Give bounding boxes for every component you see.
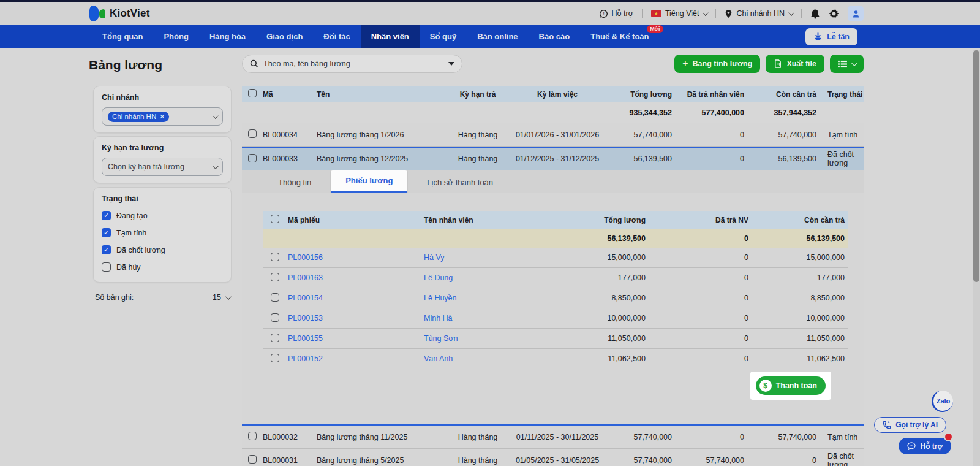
- nav-item[interactable]: Đối tác: [313, 25, 360, 48]
- notifications-bell-icon[interactable]: [810, 9, 820, 19]
- settings-gear-icon[interactable]: [829, 9, 839, 19]
- payslip-id-link[interactable]: PL000153: [288, 314, 424, 323]
- detail-tab[interactable]: Lịch sử thanh toán: [412, 172, 508, 193]
- select-all-checkbox[interactable]: [248, 89, 257, 97]
- search-dropdown-caret-icon[interactable]: [448, 62, 454, 66]
- payroll-row[interactable]: BL000034 Bảng lương tháng 1/2026 Hàng th…: [242, 123, 864, 147]
- cell-id: BL000031: [263, 456, 317, 465]
- detail-tab[interactable]: Phiếu lương: [331, 170, 407, 193]
- status-filter-label: Trạng thái: [102, 194, 223, 203]
- payslip-row[interactable]: PL000153 Minh Hà 10,000,000 0 10,000,000: [263, 308, 848, 329]
- employee-name-link[interactable]: Hà Vy: [424, 253, 576, 262]
- nav-item[interactable]: Sổ quỹ: [420, 25, 467, 48]
- language-selector[interactable]: ★ Tiếng Việt: [651, 9, 707, 18]
- payroll-row[interactable]: BL000032 Bảng lương tháng 11/2025 Hàng t…: [242, 426, 864, 449]
- scrollbar-thumb[interactable]: [973, 50, 979, 282]
- reception-button[interactable]: Lễ tân: [805, 28, 858, 45]
- export-file-label: Xuất file: [786, 59, 816, 68]
- col-ten-nhan-vien[interactable]: Tên nhân viên: [424, 216, 576, 224]
- payroll-row[interactable]: BL000031 Bảng lương tháng 5/2025 Hàng th…: [242, 449, 864, 466]
- help-menu[interactable]: ! Hỗ trợ: [599, 9, 633, 18]
- pay-button[interactable]: $ Thanh toán: [756, 376, 826, 395]
- payslip-select-all-checkbox[interactable]: [271, 215, 279, 223]
- row-checkbox[interactable]: [271, 293, 279, 302]
- row-checkbox[interactable]: [248, 129, 257, 138]
- row-checkbox[interactable]: [271, 354, 279, 362]
- payslip-row[interactable]: PL000155 Tùng Sơn 11,050,000 0 11,050,00…: [263, 329, 848, 349]
- col-con-can-tra[interactable]: Còn cần trả: [747, 90, 819, 99]
- payslip-id-link[interactable]: PL000154: [288, 294, 424, 302]
- row-checkbox[interactable]: [271, 273, 279, 281]
- payslip-row[interactable]: PL000152 Văn Anh 11,062,500 0 11,062,500: [263, 349, 848, 369]
- payslip-row[interactable]: PL000156 Hà Vy 15,000,000 0 15,000,000: [263, 248, 848, 268]
- col-ma[interactable]: Mã: [263, 90, 317, 99]
- payroll-row[interactable]: BL000033 Bảng lương tháng 12/2025 Hàng t…: [242, 147, 864, 170]
- support-button[interactable]: Hỗ trợ: [899, 438, 951, 454]
- col-ps-tong-luong[interactable]: Tổng lương: [576, 216, 649, 224]
- branch-filter-select[interactable]: Chi nhánh HN ✕: [102, 107, 223, 126]
- employee-name-link[interactable]: Minh Hà: [424, 314, 576, 323]
- status-option[interactable]: ✓ Đã chốt lương: [102, 245, 223, 254]
- nav-item[interactable]: Hàng hóa: [199, 25, 256, 48]
- col-ps-da-tra-nv[interactable]: Đã trả NV: [649, 216, 752, 224]
- period-filter-select[interactable]: Chọn kỳ hạn trả lương: [102, 158, 223, 176]
- nav-item[interactable]: Thuế & Kế toánMới: [580, 25, 659, 48]
- employee-name-link[interactable]: Lê Huyền: [424, 294, 576, 302]
- cell-paid: 0: [649, 253, 752, 262]
- payslip-id-link[interactable]: PL000156: [288, 253, 424, 262]
- checkbox[interactable]: ✓: [102, 228, 111, 237]
- ai-call-button[interactable]: Gọi trợ lý AI: [874, 417, 946, 433]
- payslip-id-link[interactable]: PL000163: [288, 273, 424, 282]
- pay-button-label: Thanh toán: [776, 381, 817, 390]
- row-checkbox[interactable]: [248, 455, 257, 464]
- payslip-row[interactable]: PL000163 Lê Dung 177,000 0 177,000: [263, 268, 848, 288]
- cell-remaining: 57,740,000: [747, 131, 819, 139]
- checkbox[interactable]: ✓: [102, 211, 111, 220]
- employee-name-link[interactable]: Lê Dung: [424, 273, 576, 282]
- checkbox[interactable]: ✓: [102, 245, 111, 254]
- status-option[interactable]: ✓ Đang tạo: [102, 211, 223, 220]
- status-option[interactable]: ✓ Tạm tính: [102, 228, 223, 237]
- brand[interactable]: KiotViet: [89, 6, 150, 21]
- row-checkbox[interactable]: [271, 253, 279, 261]
- zalo-button[interactable]: Zalo: [932, 391, 953, 412]
- payslip-id-link[interactable]: PL000155: [288, 334, 424, 343]
- remove-branch-icon[interactable]: ✕: [159, 113, 165, 121]
- nav-item[interactable]: Tổng quan: [92, 25, 153, 48]
- tutorial-highlight: $ Thanh toán: [750, 372, 831, 400]
- nav-item[interactable]: Bán online: [467, 25, 528, 48]
- nav-item[interactable]: Nhân viên: [361, 25, 420, 48]
- cell-total: 57,740,000: [606, 131, 674, 139]
- checkbox[interactable]: [102, 262, 111, 272]
- records-select[interactable]: 15: [213, 293, 230, 302]
- payslip-id-link[interactable]: PL000152: [288, 354, 424, 363]
- col-ps-con-can-tra[interactable]: Còn cần trả: [752, 216, 848, 224]
- export-file-button[interactable]: Xuất file: [766, 55, 824, 73]
- row-checkbox[interactable]: [271, 334, 279, 342]
- status-option[interactable]: Đã hủy: [102, 262, 223, 272]
- branch-selector[interactable]: Chi nhánh HN: [725, 9, 793, 18]
- search-input[interactable]: Theo mã, tên bảng lương: [242, 55, 462, 73]
- nav-item[interactable]: Phòng: [153, 25, 198, 48]
- nav-item[interactable]: Giao dịch: [256, 25, 313, 48]
- nav-item[interactable]: Báo cáo: [529, 25, 581, 48]
- cell-paid: 0: [649, 334, 752, 343]
- column-options-button[interactable]: [830, 55, 864, 73]
- detail-tab[interactable]: Thông tin: [263, 172, 326, 193]
- employee-name-link[interactable]: Văn Anh: [424, 354, 576, 363]
- col-ten[interactable]: Tên: [317, 90, 447, 99]
- col-tong-luong[interactable]: Tổng lương: [606, 90, 674, 99]
- payslip-row[interactable]: PL000154 Lê Huyền 8,850,000 0 8,850,000: [263, 288, 848, 308]
- col-ky-lam-viec[interactable]: Kỳ làm việc: [509, 90, 606, 99]
- col-ma-phieu[interactable]: Mã phiếu: [288, 216, 424, 224]
- employee-name-link[interactable]: Tùng Sơn: [424, 334, 576, 343]
- row-checkbox[interactable]: [248, 432, 257, 440]
- col-da-tra[interactable]: Đã trả nhân viên: [674, 90, 747, 99]
- col-ky-han-tra[interactable]: Kỳ hạn trả: [447, 90, 509, 99]
- col-trang-thai[interactable]: Trạng thái: [819, 90, 864, 99]
- row-checkbox[interactable]: [271, 313, 279, 322]
- create-payroll-button[interactable]: + Bảng tính lương: [674, 55, 760, 73]
- scrollbar-track[interactable]: [973, 50, 980, 466]
- row-checkbox[interactable]: [248, 154, 257, 162]
- user-avatar[interactable]: [848, 6, 864, 21]
